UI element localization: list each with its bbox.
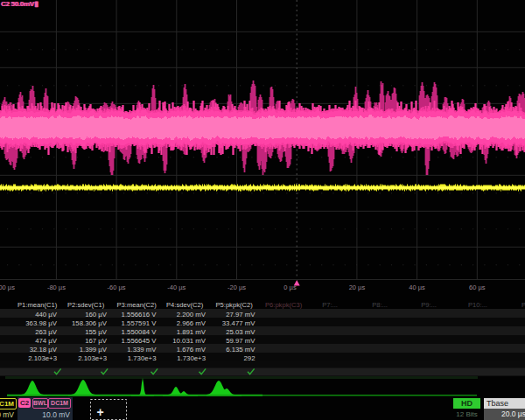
svg-text:P3:mean(C2): P3:mean(C2) — [117, 301, 158, 309]
svg-text:-40 µs: -40 µs — [167, 284, 186, 291]
svg-text:P1:mean(C1): P1:mean(C1) — [18, 301, 58, 309]
svg-text:32.18 µV: 32.18 µV — [30, 346, 58, 354]
svg-text:2.200 mV: 2.200 mV — [177, 311, 206, 318]
svg-text:6.135 mV: 6.135 mV — [226, 346, 256, 354]
svg-text:1.556645 V: 1.556645 V — [122, 337, 158, 345]
svg-text:1.557591 V: 1.557591 V — [122, 319, 158, 327]
svg-text:2.103e+3: 2.103e+3 — [78, 354, 107, 362]
svg-text:158.306 µV: 158.306 µV — [72, 319, 108, 327]
svg-text:60 µs: 60 µs — [469, 284, 486, 291]
svg-text:27.97 mV: 27.97 mV — [226, 311, 256, 318]
svg-text:1.891 mV: 1.891 mV — [177, 328, 206, 336]
svg-text:2.966 mV: 2.966 mV — [177, 319, 206, 327]
svg-text:1.556616 V: 1.556616 V — [122, 311, 158, 318]
svg-text:P6:pkpk(C3): P6:pkpk(C3) — [265, 301, 303, 309]
svg-text:-80 µs: -80 µs — [47, 284, 66, 291]
svg-text:P2:sdev(C1): P2:sdev(C1) — [67, 301, 105, 309]
svg-text:P8:...: P8:... — [372, 301, 388, 309]
svg-text:1.730e+3: 1.730e+3 — [128, 354, 157, 362]
svg-text:1.550084 V: 1.550084 V — [122, 328, 158, 336]
svg-text:20 µs: 20 µs — [349, 284, 366, 291]
svg-text:1.339 mV: 1.339 mV — [127, 346, 157, 354]
svg-text:10.031 mV: 10.031 mV — [172, 337, 206, 345]
svg-text:2.103e+3: 2.103e+3 — [28, 354, 57, 362]
svg-text:440 µV: 440 µV — [35, 311, 58, 318]
svg-text:1.399 µV: 1.399 µV — [80, 346, 108, 354]
svg-text:25.03 mV: 25.03 mV — [226, 328, 256, 336]
svg-text:P5:pkpk(C2): P5:pkpk(C2) — [216, 301, 254, 309]
svg-text:P7:...: P7:... — [322, 301, 338, 309]
svg-text:P10:...: P10:... — [468, 301, 487, 309]
svg-text:363.98 µV: 363.98 µV — [25, 319, 58, 327]
svg-text:-100 µs: -100 µs — [0, 284, 15, 291]
svg-text:40 µs: 40 µs — [409, 284, 425, 291]
svg-text:P4:sdev(C2): P4:sdev(C2) — [166, 301, 204, 309]
svg-text:167 µV: 167 µV — [85, 337, 108, 345]
svg-text:474 µV: 474 µV — [35, 337, 58, 345]
svg-text:33.477 mV: 33.477 mV — [222, 319, 256, 327]
svg-text:P9:...: P9:... — [421, 301, 437, 309]
svg-text:1.676 mV: 1.676 mV — [177, 346, 206, 354]
svg-text:263 µV: 263 µV — [35, 328, 58, 336]
svg-text:-60 µs: -60 µs — [108, 284, 126, 291]
svg-text:P1: P1 — [522, 301, 525, 309]
svg-text:59.97 mV: 59.97 mV — [226, 337, 256, 345]
svg-text:160 µV: 160 µV — [85, 311, 108, 318]
svg-text:1.730e+3: 1.730e+3 — [177, 354, 206, 362]
svg-text:155 µV: 155 µV — [85, 328, 108, 336]
svg-text:292: 292 — [243, 354, 255, 362]
svg-text:-20 µs: -20 µs — [228, 284, 246, 291]
